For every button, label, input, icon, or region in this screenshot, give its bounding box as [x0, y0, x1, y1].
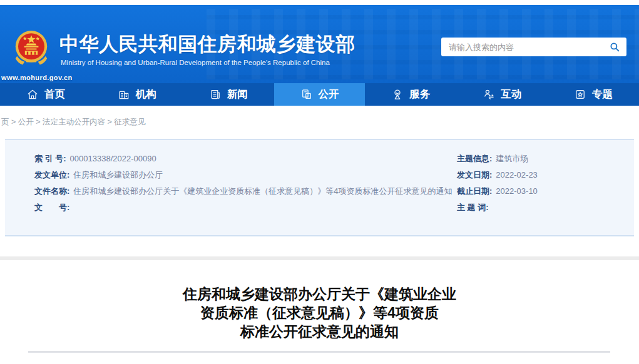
meta-label: 索 引 号: — [34, 154, 66, 163]
meta-row-issue-date: 发文日期:2022-02-23 — [457, 170, 634, 180]
disclosure-icon — [300, 88, 313, 101]
meta-value: 2022-02-23 — [496, 170, 538, 179]
nav-label: 互动 — [501, 88, 521, 101]
meta-row-issuing-unit: 发文单位:住房和城乡建设部办公厅 — [34, 170, 452, 180]
site-url: www.mohurd.gov.cn — [1, 74, 73, 81]
meta-row-document-name: 文件名称:住房和城乡建设部办公厅关于《建筑业企业资质标准（征求意见稿）》等4项资… — [34, 186, 452, 196]
nav-label: 新闻 — [227, 88, 248, 101]
meta-label: 发文单位: — [34, 170, 69, 179]
article-title-line: 标准公开征求意见的通知 — [0, 322, 639, 341]
nav-item-organization[interactable]: 机构 — [91, 83, 183, 106]
meta-label: 文 号: — [34, 203, 69, 212]
service-icon — [391, 88, 404, 101]
meta-value: 2022-03-10 — [496, 186, 538, 196]
search-input[interactable] — [447, 42, 604, 53]
meta-row-keywords: 主 题 词: — [457, 203, 634, 213]
article-title: 住房和城乡建设部办公厅关于《建筑业企业 资质标准（征求意见稿）》等4项资质 标准… — [0, 285, 639, 341]
meta-label: 主题信息: — [457, 154, 492, 163]
meta-row-topic-info: 主题信息:建筑市场 — [457, 154, 634, 164]
meta-value: 住房和城乡建设部办公厅关于《建筑业企业资质标准（征求意见稿）》等4项资质标准公开… — [73, 186, 452, 196]
document-meta-panel: 索 引 号:000013338/2022-00090 发文单位:住房和城乡建设部… — [5, 139, 634, 236]
meta-value: 000013338/2022-00090 — [70, 154, 156, 163]
topics-icon — [574, 88, 586, 101]
article-title-line: 住房和城乡建设部办公厅关于《建筑业企业 — [0, 285, 639, 303]
meta-left-column: 索 引 号:000013338/2022-00090 发文单位:住房和城乡建设部… — [5, 154, 452, 235]
meta-label: 文件名称: — [34, 186, 69, 196]
national-emblem-icon[interactable] — [13, 28, 50, 71]
page-title: 中华人民共和国住房和城乡建设部 — [59, 31, 355, 58]
meta-label: 发文日期: — [457, 170, 492, 179]
search-icon — [609, 41, 620, 53]
meta-value: 住房和城乡建设部办公厅 — [73, 170, 163, 179]
nav-item-home[interactable]: 首页 — [0, 83, 91, 106]
meta-label: 截止日期: — [457, 186, 492, 196]
nav-label: 服务 — [409, 88, 430, 101]
nav-item-disclosure[interactable]: 公开 — [274, 83, 366, 106]
organization-icon — [118, 88, 130, 101]
nav-label: 机构 — [136, 88, 156, 101]
breadcrumb[interactable]: 页 > 公开 > 法定主动公开内容 > 征求意见 — [1, 117, 145, 128]
nav-item-interaction[interactable]: 互动 — [456, 83, 548, 106]
meta-value: 建筑市场 — [496, 154, 528, 163]
site-header: www.mohurd.gov.cn 中华人民共和国住房和城乡建设部 Minist… — [0, 5, 639, 83]
interaction-icon — [483, 88, 495, 101]
horizontal-rule — [28, 351, 610, 353]
meta-right-column: 主题信息:建筑市场 发文日期:2022-02-23 截止日期:2022-03-1… — [452, 154, 634, 235]
page-subtitle: Ministry of Housing and Urban-Rural Deve… — [61, 59, 330, 66]
home-icon — [26, 88, 39, 101]
nav-label: 公开 — [319, 88, 339, 101]
nav-label: 专题 — [592, 88, 613, 101]
meta-row-document-number: 文 号: — [34, 203, 452, 213]
nav-item-topics[interactable]: 专题 — [548, 83, 639, 106]
search-button[interactable] — [609, 41, 620, 53]
article-title-line: 资质标准（征求意见稿）》等4项资质 — [0, 303, 639, 322]
page: www.mohurd.gov.cn 中华人民共和国住房和城乡建设部 Minist… — [0, 0, 639, 364]
main-nav: 首页 机构 新闻 公开 — [0, 83, 639, 106]
nav-item-news[interactable]: 新闻 — [183, 83, 274, 106]
meta-row-deadline-date: 截止日期:2022-03-10 — [457, 186, 634, 196]
search-box — [441, 38, 626, 56]
meta-label: 主 题 词: — [457, 203, 489, 212]
section-divider — [0, 256, 639, 260]
nav-label: 首页 — [44, 88, 65, 101]
news-icon — [209, 88, 222, 101]
nav-item-services[interactable]: 服务 — [365, 83, 456, 106]
meta-row-index-number: 索 引 号:000013338/2022-00090 — [34, 154, 452, 164]
